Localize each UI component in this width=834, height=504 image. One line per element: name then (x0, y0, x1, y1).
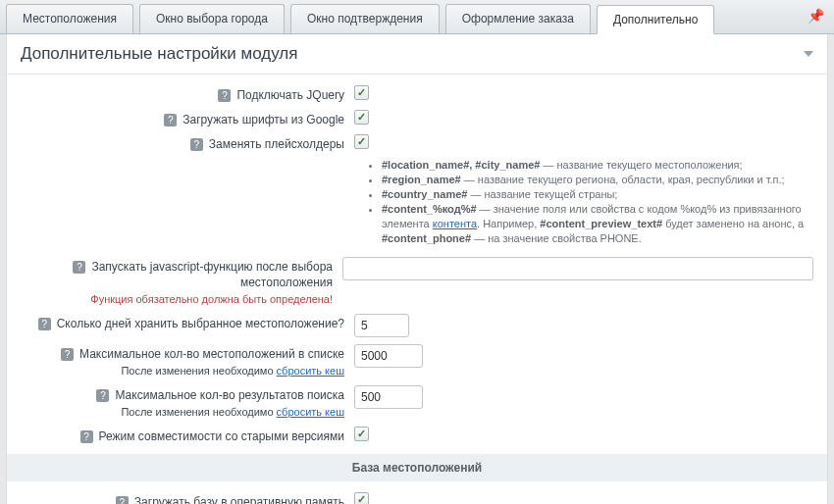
collapse-icon[interactable] (804, 51, 813, 57)
label-max-list: Максимальное кол-во местоположений в спи… (79, 347, 344, 361)
placeholders-help: #location_name#, #city_name# — название … (364, 158, 813, 246)
label-days: Сколько дней хранить выбранное местополо… (57, 317, 344, 330)
tab-confirm[interactable]: Окно подтверждения (290, 4, 440, 33)
checkbox-compat[interactable] (354, 427, 369, 441)
label-load-db: Загружать базу в оперативную память (134, 495, 344, 504)
panel-title: Дополнительные настройки модуля (21, 44, 297, 64)
help-icon[interactable]: ? (96, 389, 109, 402)
panel-header: Дополнительные настройки модуля (7, 34, 827, 75)
help-icon[interactable]: ? (38, 318, 51, 330)
input-days[interactable] (354, 314, 409, 337)
input-js-func[interactable] (342, 257, 813, 280)
settings-form: ?Подключать JQuery ?Загружать шрифты из … (7, 75, 827, 504)
tab-locations[interactable]: Местоположения (6, 4, 133, 33)
content-link[interactable]: контента (433, 218, 477, 229)
clear-cache-link[interactable]: сбросить кеш (277, 365, 344, 377)
tab-checkout[interactable]: Оформление заказа (445, 4, 591, 33)
checkbox-google-fonts[interactable] (354, 110, 369, 125)
label-js-func-sub: Функция обязательно должна быть определе… (21, 291, 333, 307)
tab-city-select[interactable]: Окно выбора города (139, 4, 285, 33)
label-js-func: Запускать javascript-функцию после выбор… (91, 260, 333, 289)
help-icon[interactable]: ? (164, 114, 177, 126)
tab-bar: Местоположения Окно выбора города Окно п… (0, 0, 834, 34)
help-icon[interactable]: ? (80, 430, 93, 443)
checkbox-placeholders[interactable] (354, 134, 369, 149)
checkbox-load-db[interactable] (354, 492, 369, 504)
help-icon[interactable]: ? (73, 261, 85, 274)
label-jquery: Подключать JQuery (236, 88, 344, 102)
label-placeholders: Заменять плейсхолдеры (209, 137, 344, 151)
checkbox-jquery[interactable] (354, 85, 369, 100)
help-icon[interactable]: ? (61, 348, 74, 361)
pin-icon[interactable]: 📌 (808, 8, 824, 24)
input-max-list[interactable] (354, 344, 423, 368)
settings-panel: Дополнительные настройки модуля ?Подключ… (6, 34, 828, 504)
clear-cache-link[interactable]: сбросить кеш (277, 406, 344, 418)
help-icon[interactable]: ? (190, 138, 203, 151)
section-db: База местоположений (7, 454, 827, 481)
input-max-search[interactable] (354, 385, 423, 409)
label-compat: Режим совместимости со старыми версиями (99, 429, 344, 443)
help-icon[interactable]: ? (218, 89, 231, 102)
label-google-fonts: Загружать шрифты из Google (182, 113, 344, 126)
help-icon[interactable]: ? (116, 496, 129, 504)
label-max-search: Максимальное кол-во результатов поиска (115, 388, 344, 402)
tab-extra[interactable]: Дополнительно (597, 5, 714, 34)
